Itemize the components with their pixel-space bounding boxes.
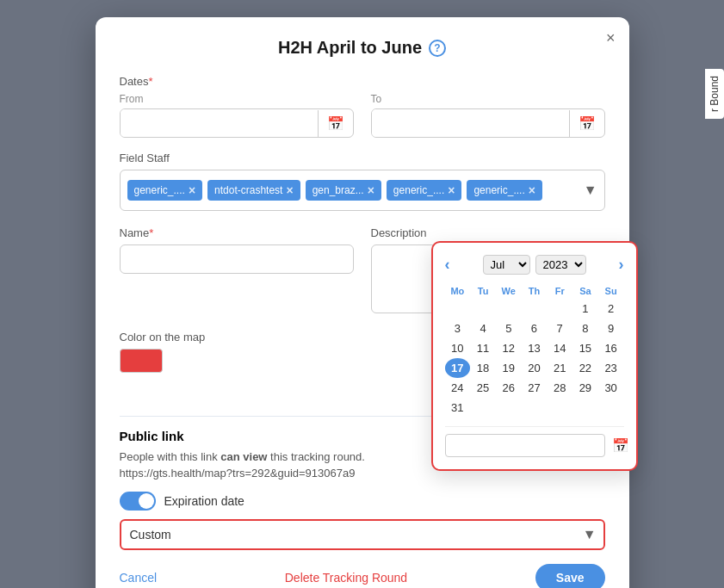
expiration-select-wrapper: Custom1 day7 days30 daysNever ▼ (120, 519, 605, 550)
from-date-input[interactable]: 2023-04-01 (121, 109, 318, 137)
cal-day-cell[interactable]: 16 (598, 338, 624, 358)
cal-day-cell[interactable]: 23 (598, 358, 624, 378)
cal-day-cell[interactable]: 11 (470, 338, 496, 358)
cal-day-cell[interactable]: 6 (522, 319, 548, 338)
cal-day-cell[interactable]: 31 (445, 398, 471, 418)
cal-week-row: 3456789 (445, 319, 624, 338)
cal-day-header: Mo (445, 283, 471, 299)
to-date-input[interactable]: 2023-06-30 (372, 109, 569, 137)
cal-day-cell[interactable]: 28 (547, 378, 572, 398)
cal-day-cell (522, 299, 548, 319)
expiration-knob (139, 493, 154, 509)
modal-title: H2H April to June ? (120, 38, 605, 58)
field-staff-label: Field Staff (120, 152, 605, 164)
cal-day-cell[interactable]: 20 (522, 358, 548, 378)
cal-day-header: We (496, 283, 522, 299)
cancel-button[interactable]: Cancel (120, 571, 158, 585)
cal-day-cell[interactable]: 30 (598, 378, 624, 398)
description-label: Description (371, 226, 605, 239)
delete-button[interactable]: Delete Tracking Round (285, 571, 407, 585)
cal-week-row: 24252627282930 (445, 378, 624, 398)
cal-next-button[interactable]: › (619, 256, 624, 274)
sidebar-hint: r Bound (705, 69, 724, 119)
cal-day-cell[interactable]: 8 (572, 319, 598, 338)
cal-day-cell[interactable]: 27 (522, 378, 548, 398)
cal-week-row: 17181920212223 (445, 358, 624, 378)
field-staff-tag: gen_braz...× (306, 180, 381, 201)
cal-month-select[interactable]: JanFebMarAprMayJunJulAugSepOctNovDec (483, 255, 530, 275)
name-input[interactable]: H2H April to June (120, 244, 354, 274)
from-label: From (120, 93, 354, 105)
calendar-grid: MoTuWeThFrSaSu 1234567891011121314151617… (445, 283, 624, 418)
cal-day-cell[interactable]: 12 (496, 338, 522, 358)
cal-day-cell (572, 398, 598, 418)
from-calendar-icon[interactable]: 📅 (318, 110, 353, 137)
cal-year-select[interactable]: 2023 (535, 255, 586, 275)
cal-day-cell[interactable]: 4 (470, 319, 496, 338)
save-button[interactable]: Save (535, 564, 605, 588)
field-staff-tag: ntdot-crashtest× (207, 180, 300, 201)
cal-day-cell (598, 398, 624, 418)
cal-day-cell[interactable]: 5 (496, 319, 522, 338)
cal-day-cell[interactable]: 2 (598, 299, 624, 319)
calendar-header: ‹ JanFebMarAprMayJunJulAugSepOctNovDec 2… (445, 255, 624, 275)
help-icon[interactable]: ? (429, 40, 446, 57)
name-label: Name* (120, 226, 354, 239)
to-label: To (371, 93, 605, 105)
expiration-toggle[interactable] (120, 492, 156, 511)
close-button[interactable]: × (606, 29, 616, 47)
to-calendar-icon[interactable]: 📅 (569, 110, 604, 137)
cal-day-cell[interactable]: 15 (572, 338, 598, 358)
cal-date-input[interactable]: 2023-07-17 (445, 434, 605, 457)
name-field: Name* H2H April to June (120, 226, 354, 317)
field-staff-tag: generic_....× (387, 180, 462, 201)
expiration-row: Expiration date (120, 492, 605, 511)
to-date-wrapper: 2023-06-30 📅 (371, 108, 605, 138)
footer-row: Cancel Delete Tracking Round Save (120, 550, 605, 588)
cal-day-cell[interactable]: 26 (496, 378, 522, 398)
cal-day-cell[interactable]: 14 (547, 338, 572, 358)
cal-day-cell[interactable]: 25 (470, 378, 496, 398)
tag-close-icon[interactable]: × (286, 183, 293, 197)
cal-day-cell (547, 398, 572, 418)
cal-day-cell (470, 299, 496, 319)
cal-day-cell[interactable]: 7 (547, 319, 572, 338)
expiration-select[interactable]: Custom1 day7 days30 daysNever (120, 519, 605, 550)
cal-day-cell (522, 398, 548, 418)
cal-week-row: 31 (445, 398, 624, 418)
cal-day-cell[interactable]: 13 (522, 338, 548, 358)
cal-day-cell[interactable]: 22 (572, 358, 598, 378)
cal-day-cell[interactable]: 19 (496, 358, 522, 378)
cal-week-row: 10111213141516 (445, 338, 624, 358)
cal-day-cell[interactable]: 10 (445, 338, 471, 358)
tag-close-icon[interactable]: × (189, 183, 195, 197)
cal-day-cell[interactable]: 29 (572, 378, 598, 398)
cal-day-cell[interactable]: 1 (572, 299, 598, 319)
field-staff-section: Field Staff generic_....×ntdot-crashtest… (120, 152, 605, 211)
cal-day-cell (547, 299, 572, 319)
to-date-field: To 2023-06-30 📅 (371, 93, 605, 138)
field-staff-dropdown-arrow[interactable]: ▼ (584, 183, 597, 198)
cal-day-cell[interactable]: 9 (598, 319, 624, 338)
cal-day-header: Th (522, 283, 548, 299)
field-staff-tag: generic_....× (467, 180, 542, 201)
can-view-text: can view (220, 450, 267, 463)
cal-day-cell[interactable]: 21 (547, 358, 572, 378)
cal-prev-button[interactable]: ‹ (445, 256, 450, 274)
field-staff-tag: generic_....× (127, 180, 203, 201)
cal-day-cell[interactable]: 17 (445, 358, 471, 378)
cal-day-cell (470, 398, 496, 418)
tag-close-icon[interactable]: × (368, 183, 374, 197)
tag-close-icon[interactable]: × (529, 183, 535, 197)
field-staff-box[interactable]: generic_....×ntdot-crashtest×gen_braz...… (120, 170, 605, 211)
cal-footer-icon[interactable]: 📅 (612, 437, 629, 454)
cal-day-cell[interactable]: 24 (445, 378, 471, 398)
dates-row: From 2023-04-01 📅 To 2023-06-30 📅 (120, 93, 605, 138)
calendar-popup: ‹ JanFebMarAprMayJunJulAugSepOctNovDec 2… (431, 241, 638, 471)
tag-close-icon[interactable]: × (448, 183, 455, 197)
cal-body: 1234567891011121314151617181920212223242… (445, 299, 624, 418)
expiration-label: Expiration date (164, 494, 244, 508)
cal-day-cell[interactable]: 18 (470, 358, 496, 378)
color-preview[interactable] (120, 349, 163, 373)
cal-day-cell[interactable]: 3 (445, 319, 471, 338)
